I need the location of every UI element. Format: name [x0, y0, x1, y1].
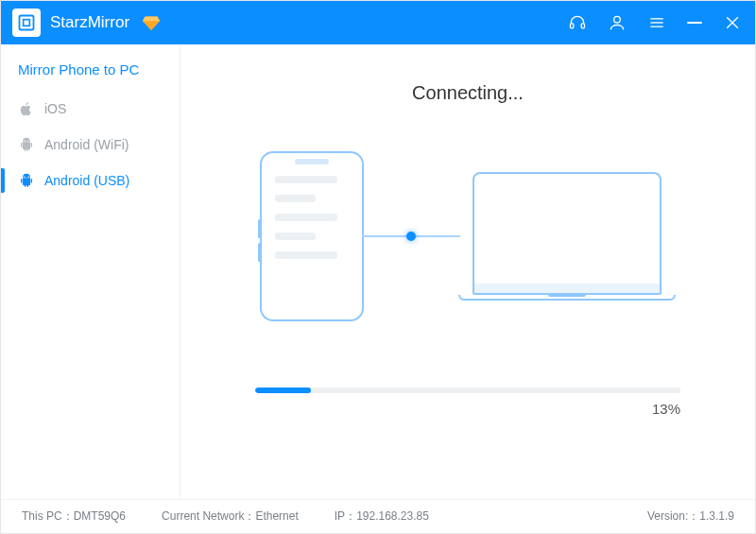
- progress-fill: [255, 388, 311, 393]
- progress-bar: [255, 388, 680, 393]
- apple-icon: [18, 100, 35, 117]
- android-icon: [18, 172, 35, 189]
- menu-icon[interactable]: [647, 13, 666, 32]
- title-bar[interactable]: StarzMirror: [1, 1, 755, 44]
- sidebar-item-android-usb[interactable]: Android (USB): [1, 163, 180, 198]
- phone-graphic: [260, 151, 364, 321]
- sidebar-title: Mirror Phone to PC: [1, 61, 180, 91]
- svg-marker-3: [143, 17, 160, 22]
- sidebar-item-label: Android (WiFi): [44, 137, 129, 152]
- connection-wire: [362, 235, 460, 237]
- laptop-graphic: [458, 172, 676, 301]
- sidebar-item-label: Android (USB): [44, 173, 129, 188]
- account-user-icon[interactable]: [608, 13, 627, 32]
- connection-dot-icon: [406, 232, 416, 241]
- app-title: StarzMirror: [50, 13, 129, 32]
- app-window: StarzMirror Mirror Phone to PC: [0, 0, 756, 534]
- sidebar: Mirror Phone to PC iOS Android (WiFi) An…: [1, 44, 180, 499]
- svg-rect-4: [571, 24, 574, 28]
- sidebar-item-android-wifi[interactable]: Android (WiFi): [1, 127, 180, 163]
- minimize-button[interactable]: [687, 22, 702, 24]
- status-version: Version:：1.3.1.9: [647, 508, 734, 525]
- main-panel: Connecting...: [180, 44, 755, 499]
- svg-rect-1: [24, 20, 30, 26]
- close-button[interactable]: [723, 13, 742, 32]
- support-headset-icon[interactable]: [568, 13, 587, 32]
- svg-point-6: [614, 16, 621, 23]
- body: Mirror Phone to PC iOS Android (WiFi) An…: [1, 44, 755, 499]
- progress-percent: 13%: [255, 401, 680, 417]
- premium-diamond-icon[interactable]: [141, 12, 162, 33]
- svg-rect-0: [20, 16, 34, 30]
- android-icon: [18, 136, 35, 153]
- connection-status: Connecting...: [412, 82, 524, 104]
- status-bar: This PC：DMT59Q6 Current Network：Ethernet…: [1, 499, 755, 533]
- sidebar-item-label: iOS: [44, 101, 66, 116]
- svg-rect-5: [581, 24, 584, 28]
- app-logo-icon: [12, 9, 41, 37]
- status-network: Current Network：Ethernet: [162, 508, 299, 525]
- connection-illustration: [260, 142, 676, 331]
- status-ip: IP：192.168.23.85: [335, 508, 429, 525]
- sidebar-item-ios[interactable]: iOS: [1, 91, 180, 127]
- status-pc: This PC：DMT59Q6: [22, 508, 126, 525]
- title-actions: [568, 13, 742, 32]
- progress: 13%: [255, 388, 680, 417]
